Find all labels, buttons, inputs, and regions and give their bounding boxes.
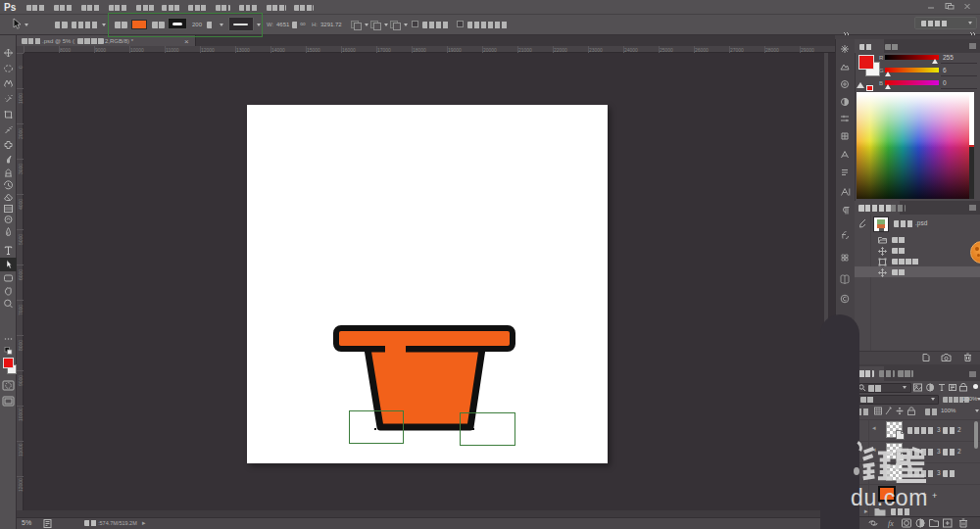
- svg-text:fx: fx: [888, 519, 894, 528]
